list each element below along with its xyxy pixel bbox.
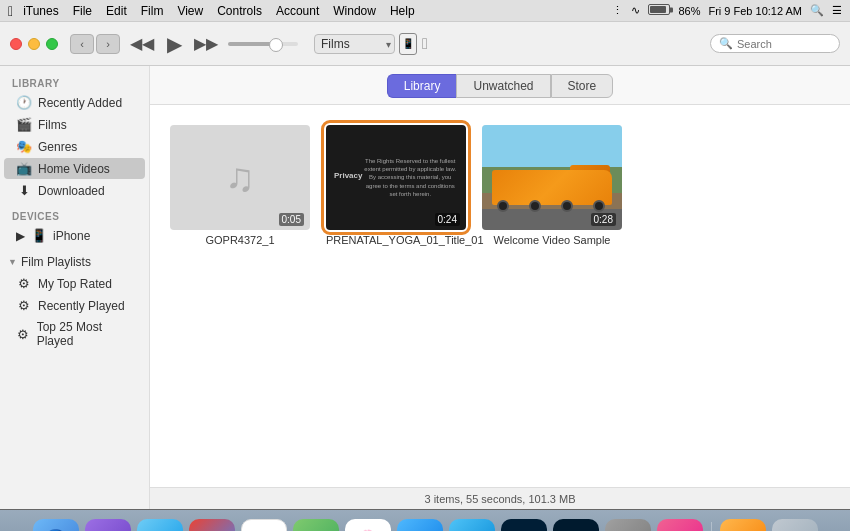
sidebar-item-iphone[interactable]: ▶ 📱 iPhone — [4, 225, 145, 246]
bluetooth-icon: ⋮ — [612, 4, 623, 17]
dock-mail[interactable]: ✉ — [397, 519, 443, 531]
menu-bar:  iTunes File Edit Film View Controls Ac… — [0, 0, 850, 22]
genres-icon: 🎭 — [16, 139, 32, 154]
video-duration-prenatal: 0:24 — [435, 213, 460, 226]
devices-section-label: DEVICES — [0, 207, 149, 224]
dock-finder[interactable]: 🔵 — [33, 519, 79, 531]
my-top-rated-icon: ⚙ — [16, 276, 32, 291]
clock: Fri 9 Feb 10:12 AM — [708, 5, 802, 17]
sidebar-item-my-top-rated[interactable]: ⚙ My Top Rated — [4, 273, 145, 294]
menu-window[interactable]: Window — [333, 4, 376, 18]
video-title-prenatal: PRENATAL_YOGA_01_Title_01 — [326, 234, 466, 246]
apple-menu[interactable]:  — [8, 3, 13, 19]
menu-file[interactable]: File — [73, 4, 92, 18]
playlists-group[interactable]: ▼ Film Playlists — [0, 252, 149, 272]
menu-controls[interactable]: Controls — [217, 4, 262, 18]
dock-calendar[interactable]: FEB 9 — [241, 519, 287, 531]
notification-center-icon[interactable]: ☰ — [832, 4, 842, 17]
tab-unwatched[interactable]: Unwatched — [456, 74, 550, 98]
dock: 🔵 🚀 🧭 ⊕ FEB 9 🗺 🌸 ✉ A Ps Lr ⚙ ♫ 📦 — [0, 509, 850, 531]
menu-items: iTunes File Edit Film View Controls Acco… — [23, 4, 415, 18]
dock-systemprefs[interactable]: ⚙ — [605, 519, 651, 531]
rewind-button[interactable]: ◀◀ — [128, 30, 156, 58]
sidebar-item-recently-added[interactable]: 🕐 Recently Added — [4, 92, 145, 113]
library-section-label: LIBRARY — [0, 74, 149, 91]
video-item-prenatal[interactable]: Privacy The Rights Reserved to the fulle… — [326, 125, 466, 246]
iphone-icon: 📱 — [31, 228, 47, 243]
maximize-button[interactable] — [46, 38, 58, 50]
close-button[interactable] — [10, 38, 22, 50]
dock-photos[interactable]: 🌸 — [345, 519, 391, 531]
menu-edit[interactable]: Edit — [106, 4, 127, 18]
video-duration-welcome: 0:28 — [591, 213, 616, 226]
menu-itunes[interactable]: iTunes — [23, 4, 59, 18]
device-icon[interactable]: 📱 — [399, 33, 417, 55]
breadcrumb-area: Films Music TV Shows 📱 — [314, 33, 417, 55]
menu-account[interactable]: Account — [276, 4, 319, 18]
video-title-gopr4372: GOPR4372_1 — [205, 234, 274, 246]
sidebar-item-top-25[interactable]: ⚙ Top 25 Most Played — [4, 317, 145, 351]
sidebar-item-downloaded[interactable]: ⬇ Downloaded — [4, 180, 145, 201]
menu-view[interactable]: View — [177, 4, 203, 18]
downloaded-icon: ⬇ — [16, 183, 32, 198]
search-box: 🔍 — [710, 34, 840, 53]
dock-safari[interactable]: 🧭 — [137, 519, 183, 531]
navigation-buttons: ‹ › — [70, 34, 120, 54]
battery-icon — [648, 4, 670, 17]
fast-forward-button[interactable]: ▶▶ — [192, 30, 220, 58]
search-menubar-icon[interactable]: 🔍 — [810, 4, 824, 17]
sidebar-item-films[interactable]: 🎬 Films — [4, 114, 145, 135]
content-area: Library Unwatched Store ♫ 0:05 GOPR4372_… — [150, 66, 850, 509]
minimize-button[interactable] — [28, 38, 40, 50]
video-thumb-welcome: 0:28 — [482, 125, 622, 230]
video-grid: ♫ 0:05 GOPR4372_1 Privacy The Rights Res… — [150, 105, 850, 487]
dock-launchpad[interactable]: 🚀 — [85, 519, 131, 531]
back-button[interactable]: ‹ — [70, 34, 94, 54]
sidebar-item-home-videos[interactable]: 📺 Home Videos — [4, 158, 145, 179]
search-input[interactable] — [737, 38, 831, 50]
dock-lightroom[interactable]: Lr — [553, 519, 599, 531]
dock-trash[interactable]: 🗑 — [772, 519, 818, 531]
video-duration-gopr4372: 0:05 — [279, 213, 304, 226]
dock-archiver[interactable]: 📦 — [720, 519, 766, 531]
play-button[interactable]: ▶ — [160, 30, 188, 58]
video-thumb-gopr4372: ♫ 0:05 — [170, 125, 310, 230]
wifi-icon: ∿ — [631, 4, 640, 17]
films-icon: 🎬 — [16, 117, 32, 132]
apple-logo-center:  — [422, 35, 428, 53]
playlists-arrow: ▼ — [8, 257, 17, 267]
forward-button[interactable]: › — [96, 34, 120, 54]
menu-help[interactable]: Help — [390, 4, 415, 18]
status-text: 3 items, 55 seconds, 101.3 MB — [424, 493, 575, 505]
menu-film[interactable]: Film — [141, 4, 164, 18]
search-icon: 🔍 — [719, 37, 733, 50]
sidebar-item-genres[interactable]: 🎭 Genres — [4, 136, 145, 157]
video-item-gopr4372[interactable]: ♫ 0:05 GOPR4372_1 — [170, 125, 310, 246]
volume-slider[interactable] — [228, 42, 298, 46]
dock-itunes[interactable]: ♫ — [657, 519, 703, 531]
dock-maps[interactable]: 🗺 — [293, 519, 339, 531]
playback-controls: ◀◀ ▶ ▶▶ — [128, 30, 220, 58]
video-title-welcome: Welcome Video Sample — [494, 234, 611, 246]
tab-store[interactable]: Store — [551, 74, 614, 98]
sidebar-item-recently-played[interactable]: ⚙ Recently Played — [4, 295, 145, 316]
tab-library[interactable]: Library — [387, 74, 457, 98]
recently-played-icon: ⚙ — [16, 298, 32, 313]
dock-photoshop[interactable]: Ps — [501, 519, 547, 531]
dock-separator — [711, 522, 712, 531]
dock-appstore[interactable]: A — [449, 519, 495, 531]
toolbar: ‹ › ◀◀ ▶ ▶▶ Films Music TV Shows 📱  🔍 — [0, 22, 850, 66]
calendar-display: FEB 9 — [242, 520, 286, 531]
video-item-welcome[interactable]: 0:28 Welcome Video Sample — [482, 125, 622, 246]
top-25-icon: ⚙ — [16, 327, 31, 342]
sidebar: LIBRARY 🕐 Recently Added 🎬 Films 🎭 Genre… — [0, 66, 150, 509]
status-bar-right: ⋮ ∿ 86% Fri 9 Feb 10:12 AM 🔍 ☰ — [612, 4, 842, 17]
status-bar: 3 items, 55 seconds, 101.3 MB — [150, 487, 850, 509]
library-selector[interactable]: Films Music TV Shows — [314, 34, 395, 54]
dock-chrome[interactable]: ⊕ — [189, 519, 235, 531]
video-thumb-prenatal: Privacy The Rights Reserved to the fulle… — [326, 125, 466, 230]
tabs: Library Unwatched Store — [150, 66, 850, 105]
home-videos-icon: 📺 — [16, 161, 32, 176]
recently-added-icon: 🕐 — [16, 95, 32, 110]
battery-percent: 86% — [678, 5, 700, 17]
